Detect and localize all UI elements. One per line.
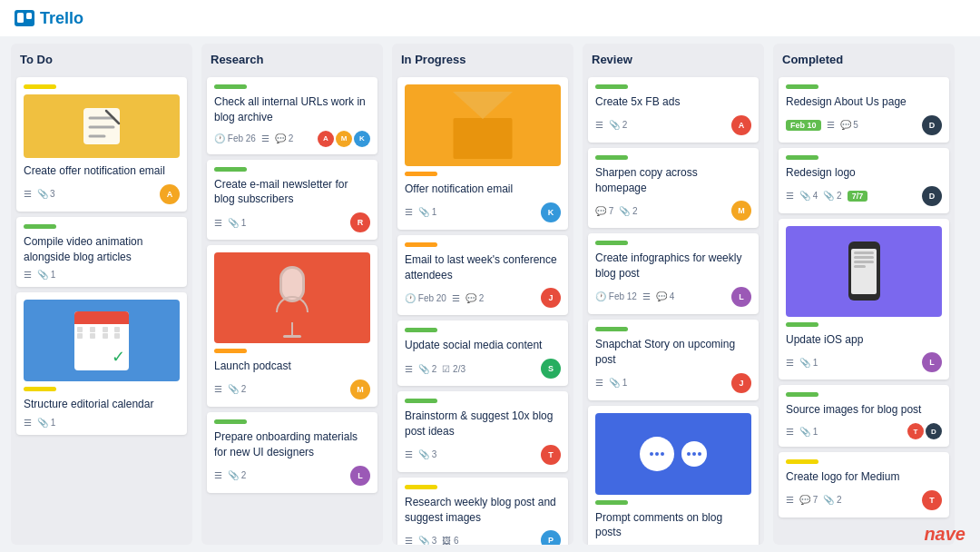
card-comp-5[interactable]: Create logo for Medium ☰ 💬 7 📎 2 T	[779, 452, 949, 518]
desc-icon: ☰	[405, 207, 413, 217]
count-icon: 📎 2	[228, 384, 246, 394]
card-comp-2[interactable]: Redesign logo ☰ 📎 4 📎 2 7/7 D	[779, 148, 949, 213]
card-comp-4[interactable]: Source images for blog post ☰ 📎 1 T D	[779, 385, 949, 447]
card-title: Prompt comments on blog posts	[595, 510, 751, 541]
column-title-research: Research	[207, 51, 377, 72]
card-res-4[interactable]: Prepare onboarding materials for new UI …	[207, 412, 377, 493]
avatar: M	[336, 131, 352, 147]
card-meta: ☰ 📎 1 R	[214, 212, 370, 232]
checklist-badge: 7/7	[848, 191, 868, 202]
comments-icon: 💬 2	[275, 133, 293, 143]
card-todo-3[interactable]: ✓ Structure editorial calendar ☰ 📎 1	[16, 292, 187, 435]
desc-icon: ☰	[24, 418, 32, 428]
card-label	[214, 167, 247, 172]
card-meta: ☰ 📎 1 J	[595, 373, 751, 393]
card-meta: ☰ 📎 2 A	[595, 115, 751, 135]
card-todo-2[interactable]: Compile video animation alongside blog a…	[16, 217, 187, 288]
comments-icon: 💬 7	[595, 206, 613, 216]
card-meta: 💬 7 📎 2 M	[595, 201, 751, 221]
card-label	[214, 349, 247, 353]
trello-logo[interactable]: Trello	[15, 9, 83, 28]
count-icon: 📎 1	[418, 207, 436, 217]
count-icon: 📎 1	[609, 378, 627, 388]
card-rev-3[interactable]: Create infographics for weekly blog post…	[588, 233, 759, 314]
comments-icon: 💬 7	[799, 495, 818, 505]
card-meta: ☰ 📎 1	[24, 270, 180, 280]
card-label	[214, 419, 247, 424]
desc-icon: ☰	[405, 449, 413, 459]
card-meta: 🕐 Feb 12 ☰ 💬 4 L	[595, 287, 751, 307]
count-icon: 📎 2	[228, 470, 246, 480]
card-res-2[interactable]: Create e-mail newsletter for blog subscr…	[207, 160, 377, 241]
card-meta: ☰ 📎 1 L	[786, 352, 942, 372]
card-label	[24, 224, 56, 229]
card-image-phone	[786, 226, 942, 317]
card-meta: ☰ 📎 2 ☑ 2/3 S	[405, 359, 561, 379]
card-label	[786, 155, 818, 160]
card-title: Launch podcast	[214, 359, 370, 374]
card-rev-5[interactable]: Prompt comments on blog posts ☰ 📎 1 K	[588, 406, 759, 545]
column-title-todo: To Do	[16, 51, 187, 72]
comments-icon: 💬 4	[656, 291, 674, 301]
card-image-envelope	[405, 84, 561, 166]
attach-icon: 🖼 6	[442, 536, 458, 545]
comments-icon: 💬 2	[466, 293, 484, 303]
column-title-completed: Completed	[779, 51, 949, 72]
avatar: T	[541, 445, 561, 465]
card-todo-1[interactable]: Create offer notification email ☰ 📎 3 A	[16, 77, 187, 212]
avatar: D	[922, 115, 942, 135]
count-icon: 📎 1	[799, 358, 818, 368]
card-ip-4[interactable]: Brainstorm & suggest 10x blog post ideas…	[397, 391, 568, 472]
nave-logo: nave	[924, 524, 965, 545]
desc-icon: ☰	[405, 536, 413, 545]
desc-icon: ☰	[405, 364, 413, 374]
card-ip-2[interactable]: Email to last week's conference attendee…	[397, 235, 568, 316]
card-meta: ☰ 📎 2 L	[214, 466, 370, 486]
card-meta: 🕐 Feb 20 ☰ 💬 2 J	[405, 288, 561, 308]
desc-icon: ☰	[786, 191, 794, 201]
card-comp-1[interactable]: Redesign About Us page Feb 10 ☰ 💬 5 D	[779, 77, 949, 143]
card-image-mic	[214, 252, 370, 343]
attachment-icon: 📎 1	[37, 270, 55, 280]
card-title: Update social media content	[405, 338, 561, 353]
count-icon: 📎 1	[228, 218, 246, 228]
card-title: Sharpen copy across homepage	[595, 165, 751, 196]
card-res-3[interactable]: Launch podcast ☰ 📎 2 M	[207, 245, 377, 407]
date-icon: 🕐 Feb 26	[214, 133, 256, 143]
desc-icon: ☰	[786, 495, 794, 505]
chat-bubble-large	[640, 437, 674, 471]
avatar: J	[541, 288, 561, 308]
date-icon: 🕐 Feb 12	[595, 291, 637, 301]
card-meta: ☰ 📎 1 T D	[786, 423, 942, 439]
desc-icon: ☰	[24, 270, 32, 280]
card-rev-1[interactable]: Create 5x FB ads ☰ 📎 2 A	[588, 77, 759, 143]
card-title: Update iOS app	[786, 332, 942, 348]
card-meta: ☰ 📎 3 T	[405, 445, 561, 465]
card-image-checklist	[24, 94, 180, 158]
card-comp-3[interactable]: Update iOS app ☰ 📎 1 L	[779, 219, 949, 380]
card-rev-4[interactable]: Snapchat Story on upcoming post ☰ 📎 1 J	[588, 320, 759, 400]
card-ip-3[interactable]: Update social media content ☰ 📎 2 ☑ 2/3 …	[397, 320, 568, 386]
card-label	[595, 84, 628, 89]
avatar: L	[922, 352, 942, 372]
desc-icon: ☰	[214, 218, 222, 228]
card-label	[214, 84, 247, 89]
desc-icon: ☰	[24, 189, 32, 199]
card-rev-2[interactable]: Sharpen copy across homepage 💬 7 📎 2 M	[588, 148, 759, 229]
count-icon: 📎 3	[418, 536, 436, 545]
desc-icon: ☰	[827, 120, 835, 130]
card-meta: 🕐 Feb 26 ☰ 💬 2 A M K	[214, 131, 370, 147]
card-title: Redesign About Us page	[786, 94, 942, 110]
avatar: J	[731, 373, 751, 393]
card-res-1[interactable]: Check all internal URLs work in blog arc…	[207, 77, 377, 154]
card-ip-5[interactable]: Research weekly blog post and suggest im…	[397, 478, 568, 545]
avatar: P	[541, 530, 561, 545]
attach-icon: 📎 4	[799, 191, 818, 201]
count-icon: 📎 2	[823, 191, 841, 201]
column-completed: Completed Redesign About Us page Feb 10 …	[773, 44, 955, 545]
card-ip-1[interactable]: Offer notification email ☰ 📎 1 K	[397, 77, 568, 230]
card-title: Compile video animation alongside blog a…	[24, 234, 180, 265]
desc-icon: ☰	[214, 470, 222, 480]
card-label	[786, 84, 818, 89]
avatar: A	[731, 115, 751, 135]
